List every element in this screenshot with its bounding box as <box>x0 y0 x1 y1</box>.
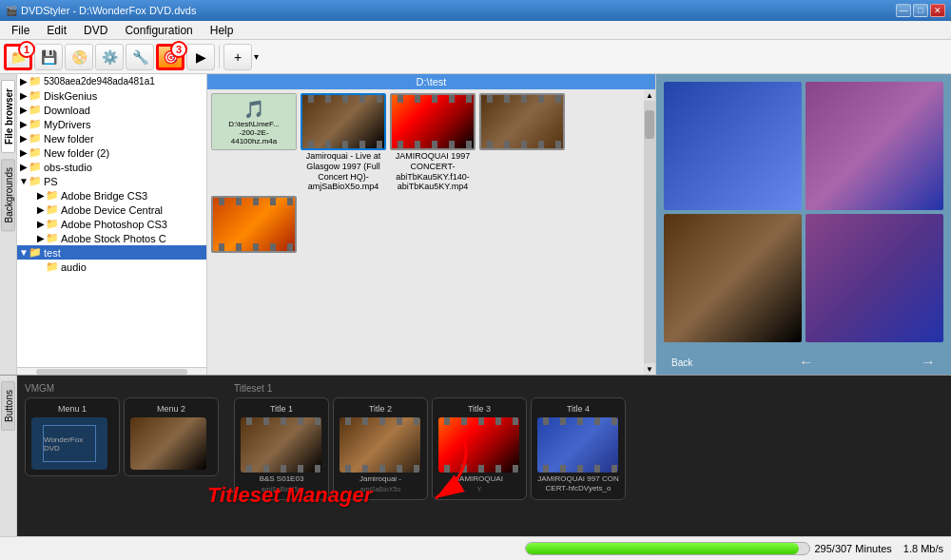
app-icon: 🎬 <box>6 6 17 16</box>
expand-photoshop[interactable]: ▶ <box>36 219 46 229</box>
film-holes-top-4 <box>213 198 295 205</box>
title2-thumb <box>340 417 420 473</box>
tree-scroll-thumb[interactable] <box>36 369 187 375</box>
media-item-video1[interactable]: Jamiroquai - Live at Glasgow 1997 (Full … <box>301 93 386 192</box>
tree-item-audio[interactable]: 📁 audio <box>17 260 206 274</box>
preview-thumb-3[interactable] <box>664 214 802 342</box>
menu-dvd[interactable]: DVD <box>76 22 115 39</box>
minimize-button[interactable]: — <box>896 4 911 17</box>
dropdown-arrow[interactable]: ▾ <box>254 51 259 62</box>
expand-test[interactable]: ▼ <box>19 247 29 258</box>
tree-item-stock[interactable]: ▶ 📁 Adobe Stock Photos C <box>17 231 206 245</box>
tree-item-test[interactable]: ▼ 📁 test <box>17 245 206 260</box>
maximize-button[interactable]: □ <box>913 4 928 17</box>
menu1-thumb: WonderFox DVD <box>31 417 107 470</box>
scroll-track[interactable] <box>644 101 655 363</box>
title1-desc: B&S S01E03 <box>241 474 322 484</box>
expand-mydrivers[interactable]: ▶ <box>19 119 29 129</box>
expand-stock[interactable]: ▶ <box>36 233 46 243</box>
expand-obs[interactable]: ▶ <box>19 162 29 172</box>
toolbar-separator <box>219 46 220 68</box>
menu-bar: File Edit DVD Configuration Help <box>0 21 951 40</box>
tree-item-5308[interactable]: ▶ 📁 5308aea2de948ada481a1 <box>17 74 206 88</box>
media-item-video4[interactable] <box>211 196 297 253</box>
scroll-thumb[interactable] <box>645 110 654 139</box>
tree-item-obs[interactable]: ▶ 📁 obs-studio <box>17 160 206 174</box>
folder-icon-download: 📁 <box>29 104 42 116</box>
folder-icon-test: 📁 <box>29 246 42 259</box>
title4-film-top <box>537 417 618 425</box>
menu-card-1[interactable]: Menu 1 WonderFox DVD <box>25 397 120 476</box>
badge-1: 1 <box>18 41 35 58</box>
expand-ps[interactable]: ▼ <box>19 176 29 186</box>
save-button[interactable]: 💾 <box>34 44 63 70</box>
scroll-down-button[interactable]: ▼ <box>644 363 655 375</box>
progress-text: 295/307 Minutes <box>814 543 891 554</box>
tree-item-photoshop[interactable]: ▶ 📁 Adobe Photoshop CS3 <box>17 217 206 231</box>
title1-film-top <box>241 417 321 425</box>
burn-icon: 📀 <box>71 49 87 65</box>
menu-edit[interactable]: Edit <box>39 22 74 39</box>
tab-backgrounds[interactable]: Backgrounds <box>1 159 15 231</box>
tree-label-obs: obs-studio <box>44 162 92 173</box>
menu-card-2[interactable]: Menu 2 <box>124 397 219 476</box>
tree-scrollbar[interactable] <box>17 367 206 375</box>
media-item-video3[interactable] <box>479 93 565 192</box>
media-scrollbar[interactable]: ▲ ▼ <box>644 89 655 375</box>
preview-thumb-4[interactable] <box>805 214 943 342</box>
settings-button[interactable]: ⚙️ <box>95 44 124 70</box>
menu-help[interactable]: Help <box>203 22 242 39</box>
media-item-audio[interactable]: 🎵 D:\test\LimeF...-200-2E-44100hz.m4a <box>211 93 297 192</box>
burn-button[interactable]: 📀 <box>65 44 93 70</box>
file-tree: ▶ 📁 5308aea2de948ada481a1 ▶ 📁 DiskGenius… <box>17 74 206 367</box>
expand-diskgenius[interactable]: ▶ <box>19 90 29 101</box>
expand-5308[interactable]: ▶ <box>19 76 29 87</box>
expand-newfolder[interactable]: ▶ <box>19 133 29 144</box>
tree-item-newfolder2[interactable]: ▶ 📁 New folder (2) <box>17 145 206 160</box>
tools-button[interactable]: 🔧 <box>126 44 154 70</box>
media-item-video2[interactable]: JAMIROQUAI 1997 CONCERT-abiTbKau5KY.f140… <box>390 93 476 192</box>
folder-icon-newfolder: 📁 <box>29 132 42 145</box>
prev-arrow[interactable]: ← <box>799 354 814 371</box>
side-tabs-left: File browser Backgrounds <box>0 74 17 375</box>
expand-newfolder2[interactable]: ▶ <box>19 147 29 158</box>
tree-item-newfolder[interactable]: ▶ 📁 New folder <box>17 131 206 145</box>
title-card-3[interactable]: Title 3 JAMIROQUAI Y <box>432 397 527 500</box>
title4-film-bottom <box>537 465 618 473</box>
file-browser-panel: ▶ 📁 5308aea2de948ada481a1 ▶ 📁 DiskGenius… <box>17 74 207 375</box>
disk-button[interactable]: 🎯 3 <box>156 44 184 70</box>
media-header: D:\test <box>207 74 655 89</box>
tab-file-browser[interactable]: File browser <box>1 80 15 153</box>
preview-thumb-1[interactable] <box>664 82 802 210</box>
menu-file[interactable]: File <box>4 22 37 39</box>
tree-item-bridge[interactable]: ▶ 📁 Adobe Bridge CS3 <box>17 188 206 203</box>
tree-item-diskgenius[interactable]: ▶ 📁 DiskGenius <box>17 88 206 103</box>
media-label-video1: Jamiroquai - Live at Glasgow 1997 (Full … <box>301 151 386 192</box>
title-card-1[interactable]: Title 1 B&S S01E03 amjSaBioX5o <box>234 397 329 500</box>
preview-button[interactable]: ▶ <box>186 44 215 70</box>
title-card-4[interactable]: Title 4 JAMIROQUAI 997 CONCERT-hfcDVyets… <box>531 397 626 500</box>
progress-bar-fill <box>526 543 798 554</box>
tab-buttons[interactable]: Buttons <box>1 381 15 431</box>
tree-item-mydrivers[interactable]: ▶ 📁 MyDrivers <box>17 117 206 131</box>
toolbar: 📁 1 💾 📀 ⚙️ 🔧 🎯 3 ▶ + ▾ <box>0 40 951 74</box>
expand-download[interactable]: ▶ <box>19 105 29 115</box>
title-card-2[interactable]: Title 2 Jamiroquai - amjSaBioX5o <box>333 397 428 500</box>
expand-bridge[interactable]: ▶ <box>36 190 46 201</box>
folder-icon-obs: 📁 <box>29 161 42 173</box>
tree-label-mydrivers: MyDrivers <box>44 119 91 130</box>
back-button[interactable]: Back <box>671 357 692 368</box>
tree-item-device[interactable]: ▶ 📁 Adobe Device Central <box>17 203 206 217</box>
new-button[interactable]: 📁 1 <box>4 44 32 70</box>
next-arrow[interactable]: → <box>921 354 936 371</box>
expand-device[interactable]: ▶ <box>36 204 46 215</box>
preview-thumb-2[interactable] <box>805 82 943 210</box>
close-button[interactable]: ✕ <box>930 4 945 17</box>
tree-item-ps[interactable]: ▼ 📁 PS <box>17 174 206 188</box>
settings-icon: ⚙️ <box>102 49 118 65</box>
scroll-up-button[interactable]: ▲ <box>644 89 655 101</box>
tree-item-download[interactable]: ▶ 📁 Download <box>17 103 206 117</box>
menu-configuration[interactable]: Configuration <box>117 22 200 39</box>
add-button[interactable]: + <box>223 44 252 70</box>
tree-label-audio: audio <box>61 261 87 273</box>
